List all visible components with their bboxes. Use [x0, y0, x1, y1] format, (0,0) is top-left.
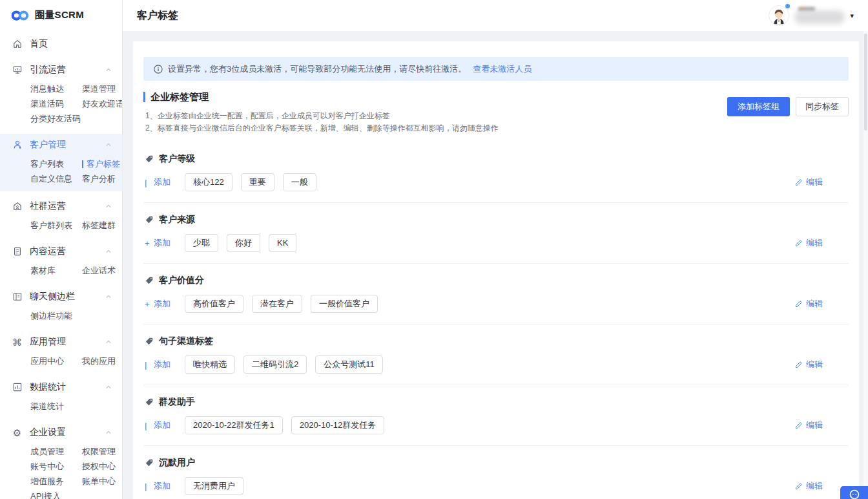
view-inactive-members-link[interactable]: 查看未激活人员 — [473, 63, 532, 75]
sidebar-item-home[interactable]: 首页 — [0, 33, 122, 55]
sidebar-item[interactable]: 好友欢迎语 — [82, 97, 123, 111]
info-icon — [154, 65, 163, 74]
tag-icon — [145, 154, 154, 164]
sync-tags-button[interactable]: 同步标签 — [796, 97, 849, 116]
sidebar-item[interactable]: 增值服务 — [30, 474, 82, 489]
chevron-up-icon[interactable] — [105, 339, 112, 345]
chevron-up-icon[interactable] — [105, 249, 112, 254]
tag-chip[interactable]: 2020-10-22群发任务1 — [185, 416, 283, 434]
sidebar-item-customer-list[interactable]: 客户列表 — [30, 157, 82, 171]
content-card: 设置异常，您有3位成员未激活，可能导致部分功能无法使用，请尽快前往激活。 查看未… — [133, 41, 859, 499]
sidebar-section-content: 内容运营 素材库 企业话术 — [0, 240, 122, 282]
sidebar-item-chat-sidebar[interactable]: 聊天侧边栏 — [0, 286, 122, 308]
sidebar: 圈量SCRM 首页 引流运营 消息触达 渠道管理 渠道活码 — [0, 0, 123, 499]
add-tag-button[interactable]: |添加 — [145, 480, 178, 492]
sidebar-item-traffic[interactable]: 引流运营 — [0, 59, 122, 81]
tag-chip[interactable]: 一般 — [283, 173, 316, 191]
tag-chip[interactable]: 二维码引流2 — [243, 356, 307, 374]
tag-chip[interactable]: 潜在客户 — [252, 295, 302, 313]
tag-chip[interactable]: 高价值客户 — [185, 295, 243, 313]
sidebar-item[interactable]: 企业话术 — [82, 264, 122, 278]
sidebar-item-community[interactable]: 社群运营 — [0, 195, 122, 217]
sidebar-item[interactable]: 我的应用 — [82, 354, 122, 368]
sidebar-item[interactable]: 账号中心 — [30, 460, 82, 474]
scrollbar-thumb[interactable] — [864, 34, 867, 131]
plus-icon: | — [145, 482, 154, 491]
sidebar-item[interactable]: API接入 — [30, 489, 122, 499]
tag-chip[interactable]: 一般价值客户 — [311, 295, 378, 313]
tag-chip[interactable]: 重要 — [241, 173, 274, 191]
sidebar-item[interactable]: 授权中心 — [82, 460, 122, 474]
sidebar-item-apps[interactable]: ⌘ 应用管理 — [0, 331, 122, 353]
sidebar-item-label: 企业设置 — [30, 427, 66, 438]
chevron-up-icon[interactable] — [105, 204, 112, 209]
tag-group-name: 沉默用户 — [159, 457, 195, 469]
sidebar-item[interactable]: 标签建群 — [82, 218, 122, 233]
sidebar-item[interactable]: 分类好友活码 — [30, 112, 123, 126]
tag-chip[interactable]: 2020-10-12群发任务 — [291, 416, 385, 434]
sidebar-item[interactable]: 账单中心 — [82, 474, 122, 489]
sidebar-item-customer-tags[interactable]: 客户标签 — [82, 157, 122, 171]
add-tag-button[interactable]: |添加 — [145, 176, 178, 188]
sidebar-item-content[interactable]: 内容运营 — [0, 240, 122, 262]
add-tag-button[interactable]: |添加 — [145, 359, 178, 370]
chevron-up-icon[interactable] — [105, 385, 112, 390]
sidebar-item[interactable]: 成员管理 — [30, 445, 82, 459]
tag-chip[interactable]: 无消费用户 — [185, 477, 243, 495]
tag-group: 客户价值分 +添加 高价值客户 潜在客户 一般价值客户 编辑 — [143, 273, 849, 324]
customer-icon — [12, 140, 23, 151]
sidebar-item[interactable]: 渠道活码 — [30, 97, 82, 111]
tag-chip[interactable]: 少聪 — [185, 234, 218, 252]
edit-group-button[interactable]: 编辑 — [794, 419, 845, 431]
edit-label: 编辑 — [806, 359, 823, 370]
add-tag-button[interactable]: +添加 — [145, 237, 178, 249]
plus-icon: + — [145, 239, 154, 248]
sidebar-item-customer-analysis[interactable]: 客户分析 — [82, 172, 122, 186]
sidebar-item[interactable]: 权限管理 — [82, 445, 122, 459]
tag-chip[interactable]: 核心122 — [185, 173, 232, 191]
document-icon — [12, 246, 23, 257]
sidebar-item-settings[interactable]: ⚙ 企业设置 — [0, 421, 122, 443]
tag-group: 客户等级 |添加 核心122 重要 一般 编辑 — [143, 152, 849, 203]
add-tag-group-button[interactable]: 添加标签组 — [727, 97, 790, 116]
customer-service-float-button[interactable] — [840, 486, 868, 499]
sidebar-item-stats[interactable]: 数据统计 — [0, 376, 122, 398]
chevron-up-icon[interactable] — [105, 142, 112, 147]
sidebar-item[interactable]: 消息触达 — [30, 82, 82, 96]
edit-group-button[interactable]: 编辑 — [794, 359, 845, 370]
chevron-up-icon[interactable] — [105, 294, 112, 299]
edit-group-button[interactable]: 编辑 — [794, 480, 845, 492]
tag-icon — [145, 398, 154, 407]
edit-group-button[interactable]: 编辑 — [794, 176, 845, 188]
sidebar-item[interactable]: 渠道统计 — [30, 399, 122, 414]
sidebar-item[interactable]: 渠道管理 — [82, 82, 123, 96]
sidebar-section-stats: 数据统计 渠道统计 — [0, 376, 122, 418]
sidebar-item[interactable]: 客户群列表 — [30, 218, 82, 233]
tag-chip[interactable]: 公众号测试11 — [315, 356, 383, 374]
chevron-up-icon[interactable] — [105, 67, 112, 72]
tag-chip[interactable]: KK — [269, 234, 296, 252]
user-menu[interactable]: ▾ — [769, 5, 854, 26]
caret-down-icon[interactable]: ▾ — [850, 12, 854, 20]
sidebar-item-custom-info[interactable]: 自定义信息 — [30, 172, 82, 186]
tag-chip[interactable]: 唯快精选 — [185, 356, 235, 374]
window-scrollbar[interactable] — [863, 31, 868, 499]
sidebar-item[interactable]: 素材库 — [30, 264, 82, 278]
sidebar-item-customers[interactable]: 客户管理 — [0, 134, 122, 156]
edit-group-button[interactable]: 编辑 — [794, 298, 845, 310]
tag-icon — [145, 215, 154, 224]
apps-icon: ⌘ — [12, 337, 23, 348]
sidebar-item[interactable]: 侧边栏功能 — [30, 309, 122, 323]
add-label: 添加 — [154, 176, 170, 188]
chevron-up-icon[interactable] — [105, 430, 112, 435]
edit-group-button[interactable]: 编辑 — [794, 237, 845, 249]
sidebar-section-traffic: 引流运营 消息触达 渠道管理 渠道活码 好友欢迎语 分类好友活码 — [0, 59, 122, 130]
sidebar-submenu: 渠道统计 — [0, 398, 122, 418]
avatar[interactable] — [769, 5, 789, 26]
tag-chip[interactable]: 你好 — [227, 234, 260, 252]
add-tag-button[interactable]: +添加 — [145, 298, 178, 310]
add-tag-button[interactable]: |添加 — [145, 419, 178, 431]
sidebar-section-apps: ⌘ 应用管理 应用中心 我的应用 — [0, 331, 122, 372]
sidebar-item[interactable]: 应用中心 — [30, 354, 82, 368]
sidebar-item-label: 聊天侧边栏 — [30, 291, 75, 303]
